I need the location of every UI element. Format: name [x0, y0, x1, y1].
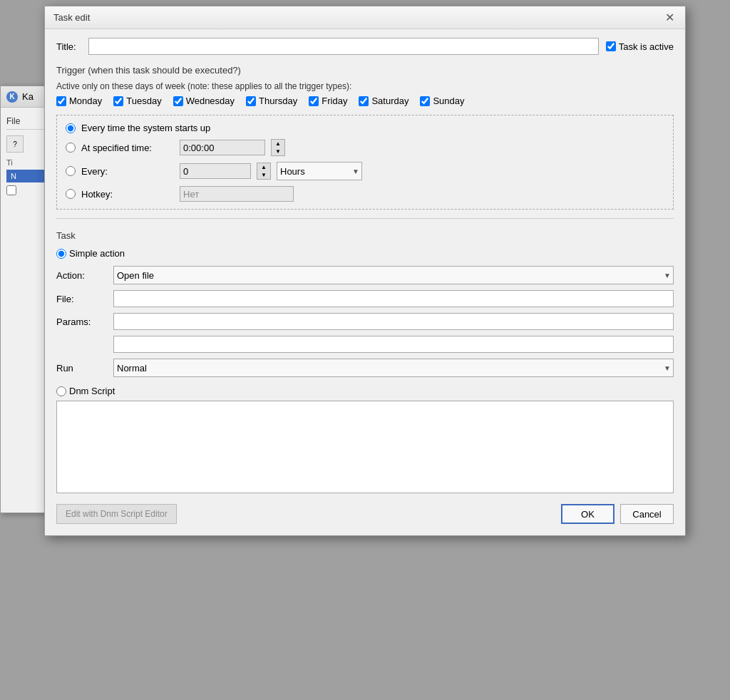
every-unit-select[interactable]: Hours Minutes Seconds	[277, 162, 362, 180]
task-section: Task Simple action Action: Open file Run…	[56, 230, 674, 495]
days-row: Monday Tuesday Wednesday Thursday Friday	[56, 96, 674, 106]
bg-toolbar-btn-1[interactable]: ?	[6, 135, 24, 153]
checkbox-thursday[interactable]	[246, 96, 256, 106]
time-spin-up[interactable]: ▲	[272, 140, 284, 148]
day-monday: Monday	[56, 96, 102, 106]
bg-checkbox[interactable]	[6, 185, 16, 195]
hotkey-input[interactable]	[180, 186, 294, 202]
dnm-script-row: Dnm Script	[56, 386, 674, 396]
day-saturday: Saturday	[359, 96, 408, 106]
checkbox-tuesday[interactable]	[113, 96, 123, 106]
dialog-title: Task edit	[53, 12, 90, 23]
params-row: Params:	[56, 313, 674, 330]
trigger-hotkey-row: Hotkey:	[66, 186, 664, 202]
trigger-system-start-label: Every time the system starts up	[81, 123, 210, 133]
every-spin-down[interactable]: ▼	[257, 171, 270, 179]
bg-window-title: Ka	[22, 91, 34, 102]
trigger-hotkey-label: Hotkey:	[81, 189, 174, 200]
run-row: Run Normal Minimized Maximized Hidden ▼	[56, 359, 674, 377]
task-edit-dialog: Task edit ✕ Title: Task is active Trigge…	[44, 6, 686, 536]
cancel-button[interactable]: Cancel	[620, 504, 674, 524]
dialog-close-button[interactable]: ✕	[662, 11, 677, 25]
trigger-options-box: Every time the system starts up At speci…	[56, 115, 674, 210]
edit-script-button[interactable]: Edit with Dnm Script Editor	[56, 504, 177, 524]
day-thursday: Thursday	[246, 96, 297, 106]
checkbox-saturday[interactable]	[359, 96, 369, 106]
trigger-section: Trigger (when this task should be execut…	[56, 65, 674, 210]
run-label: Run	[56, 363, 106, 374]
action-row: Action: Open file Run command Open URL S…	[56, 266, 674, 284]
bg-window-title-area: K Ka	[6, 91, 34, 103]
file-row: File:	[56, 290, 674, 307]
checkbox-sunday[interactable]	[420, 96, 430, 106]
task-active-checkbox[interactable]	[606, 41, 616, 51]
task-active-area: Task is active	[606, 41, 674, 52]
task-options: Simple action	[56, 248, 674, 259]
time-spinner: ▲ ▼	[271, 139, 285, 156]
bottom-row: Edit with Dnm Script Editor OK Cancel	[56, 504, 674, 524]
trigger-radio-group: Every time the system starts up At speci…	[66, 123, 664, 202]
task-section-heading: Task	[56, 230, 674, 241]
task-active-label: Task is active	[619, 41, 674, 52]
section-divider	[56, 218, 674, 219]
params-label: Params:	[56, 316, 106, 327]
ok-button[interactable]: OK	[561, 504, 615, 524]
extra-empty-field	[113, 336, 674, 353]
run-select[interactable]: Normal Minimized Maximized Hidden	[113, 359, 674, 377]
trigger-every-label: Every:	[81, 166, 174, 177]
title-label: Title:	[56, 41, 81, 52]
simple-action-label: Simple action	[69, 248, 125, 259]
trigger-specified-time-row: At specified time: ▲ ▼	[66, 139, 664, 156]
extra-field-row	[56, 336, 674, 353]
every-value-input[interactable]	[180, 163, 251, 179]
radio-dnm-script[interactable]	[56, 386, 66, 396]
every-spin-up[interactable]: ▲	[257, 163, 270, 171]
bg-app-icon: K	[6, 91, 18, 103]
action-label: Action:	[56, 270, 106, 281]
every-spinner: ▲ ▼	[257, 163, 271, 180]
trigger-heading: Trigger (when this task should be execut…	[56, 65, 674, 76]
radio-specified-time[interactable]	[66, 143, 76, 153]
every-unit-wrapper: Hours Minutes Seconds ▼	[277, 162, 362, 180]
action-select-wrapper: Open file Run command Open URL Send keys…	[113, 266, 674, 284]
task-simple-action: Simple action	[56, 248, 125, 259]
title-input[interactable]	[88, 38, 599, 55]
radio-system-start[interactable]	[66, 123, 76, 133]
radio-simple-action[interactable]	[56, 249, 66, 259]
time-spin-down[interactable]: ▼	[272, 148, 284, 155]
run-select-wrapper: Normal Minimized Maximized Hidden ▼	[113, 359, 674, 377]
day-friday: Friday	[309, 96, 347, 106]
radio-every[interactable]	[66, 166, 76, 176]
day-tuesday: Tuesday	[113, 96, 161, 106]
trigger-system-start-row: Every time the system starts up	[66, 123, 664, 133]
radio-hotkey[interactable]	[66, 189, 76, 199]
file-label: File:	[56, 294, 106, 304]
file-input[interactable]	[113, 290, 674, 307]
params-input[interactable]	[113, 313, 674, 330]
dialog-content: Title: Task is active Trigger (when this…	[45, 29, 685, 535]
trigger-every-row: Every: ▲ ▼ Hours Minutes Seconds	[66, 162, 664, 180]
checkbox-friday[interactable]	[309, 96, 319, 106]
dialog-buttons: OK Cancel	[561, 504, 674, 524]
action-select[interactable]: Open file Run command Open URL Send keys	[113, 266, 674, 284]
checkbox-wednesday[interactable]	[173, 96, 183, 106]
dialog-titlebar: Task edit ✕	[45, 6, 685, 29]
specified-time-input[interactable]	[180, 140, 265, 155]
checkbox-monday[interactable]	[56, 96, 66, 106]
day-wednesday: Wednesday	[173, 96, 235, 106]
dnm-script-label: Dnm Script	[69, 386, 115, 396]
days-label: Active only on these days of week (note:…	[56, 81, 674, 91]
day-sunday: Sunday	[420, 96, 464, 106]
script-textarea[interactable]	[56, 401, 674, 493]
title-row: Title: Task is active	[56, 38, 674, 55]
trigger-specified-time-label: At specified time:	[81, 143, 174, 153]
